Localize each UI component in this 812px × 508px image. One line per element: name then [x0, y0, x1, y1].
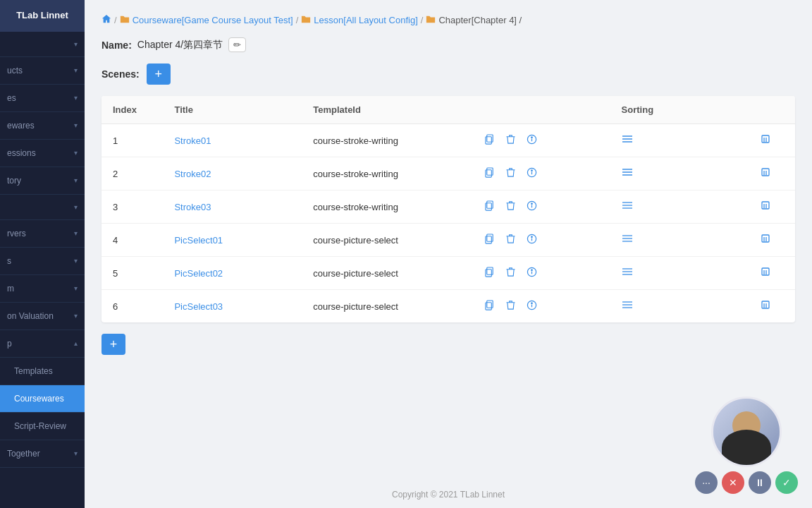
copy-icon-4[interactable]: [483, 265, 496, 281]
sidebar-item-m[interactable]: m ▾: [0, 275, 85, 303]
scene-link-0[interactable]: Stroke01: [174, 135, 211, 146]
breadcrumb-courseware[interactable]: Courseware[Game Course Layout Test]: [133, 15, 293, 25]
info-icon-3[interactable]: [525, 232, 539, 248]
svg-rect-23: [486, 203, 491, 210]
svg-rect-56: [486, 303, 491, 310]
delete-icon-0[interactable]: [505, 133, 517, 148]
sidebar-label-sessions: essions: [7, 148, 74, 158]
sidebar-label-3: es: [7, 93, 74, 103]
scene-link-1[interactable]: Stroke02: [174, 169, 211, 179]
sort-list-icon-1[interactable]: [622, 168, 633, 180]
sort-list-icon-4[interactable]: [622, 267, 633, 279]
sidebar-item-9[interactable]: s ▾: [0, 248, 85, 275]
app-name: TLab Linnet: [16, 10, 68, 20]
edit-scene-icon-0[interactable]: [760, 133, 773, 148]
scene-link-4[interactable]: PicSelect02: [174, 268, 223, 279]
svg-point-4: [531, 137, 533, 138]
edit-scene-icon-5[interactable]: [760, 299, 773, 314]
avatar-dots-button[interactable]: ···: [695, 471, 718, 494]
cell-actions-5: [472, 290, 610, 323]
breadcrumb-sep-3: /: [421, 15, 424, 25]
cell-actions-3: [472, 224, 610, 257]
svg-rect-41: [762, 235, 769, 242]
copy-icon-3[interactable]: [483, 232, 496, 248]
scenes-row: Scenes: +: [102, 64, 795, 85]
info-icon-5[interactable]: [525, 298, 539, 314]
col-index: Index: [102, 96, 163, 124]
home-icon[interactable]: [102, 14, 111, 26]
avatar-close-button[interactable]: ✕: [722, 471, 744, 494]
scene-link-2[interactable]: Stroke03: [174, 202, 211, 212]
sidebar-item-coursewares-menu[interactable]: ewares ▾: [0, 112, 85, 140]
sidebar-label-together: Together: [7, 449, 74, 459]
avatar: [711, 397, 782, 467]
scene-link-3[interactable]: PicSelect01: [174, 235, 223, 246]
delete-icon-5[interactable]: [505, 298, 517, 314]
breadcrumb-sep-1: /: [114, 15, 117, 25]
copy-icon-5[interactable]: [483, 298, 496, 314]
delete-icon-2[interactable]: [505, 199, 517, 214]
sidebar-label-m: m: [7, 284, 74, 294]
sort-list-icon-2[interactable]: [622, 201, 633, 213]
sort-list-icon-0[interactable]: [622, 135, 633, 147]
delete-icon-1[interactable]: [505, 166, 517, 181]
svg-rect-33: [487, 234, 493, 241]
folder-icon-3: [426, 14, 436, 26]
svg-rect-52: [762, 268, 769, 275]
sidebar-item-1[interactable]: ▾: [0, 32, 85, 57]
sort-list-icon-5[interactable]: [622, 301, 633, 313]
avatar-check-button[interactable]: ✓: [775, 471, 798, 494]
sidebar-item-templates[interactable]: Templates: [0, 358, 85, 385]
footer-text: Copyright © 2021 TLab Linnet: [392, 490, 505, 500]
sidebar-label-rvers: rvers: [7, 229, 74, 238]
edit-scene-icon-2[interactable]: [760, 200, 773, 214]
edit-scene-icon-1[interactable]: [760, 167, 773, 181]
copy-icon-2[interactable]: [483, 199, 496, 214]
sidebar-item-rvers[interactable]: rvers ▾: [0, 220, 85, 248]
cell-index-3: 4: [102, 224, 163, 257]
info-icon-1[interactable]: [525, 166, 539, 181]
chevron-down-icon: ▾: [74, 449, 78, 457]
info-icon-0[interactable]: [525, 133, 539, 148]
sidebar-item-on-valuation[interactable]: on Valuation ▾: [0, 303, 85, 330]
edit-scene-icon-4[interactable]: [760, 266, 773, 281]
edit-scene-icon-3[interactable]: [760, 233, 773, 248]
info-icon-2[interactable]: [525, 199, 539, 214]
delete-icon-4[interactable]: [505, 265, 517, 281]
sidebar-item-products[interactable]: ucts ▾: [0, 57, 85, 85]
sidebar-item-coursewares[interactable]: Coursewares: [0, 385, 85, 413]
chevron-down-icon: ▾: [74, 203, 78, 211]
sidebar-item-together[interactable]: Together ▾: [0, 440, 85, 468]
scene-link-5[interactable]: PicSelect03: [174, 301, 223, 312]
sidebar-item-p[interactable]: p ▴: [0, 330, 85, 358]
cell-templateid-0: course-stroke-writing: [302, 124, 472, 157]
cell-sorting-5: [610, 290, 749, 323]
sidebar-item-sessions[interactable]: essions ▾: [0, 140, 85, 167]
cell-edit-1: [749, 157, 795, 190]
copy-icon-0[interactable]: [483, 133, 496, 148]
cell-sorting-1: [610, 157, 749, 190]
sidebar-item-tory[interactable]: tory ▾: [0, 167, 85, 195]
add-scene-button[interactable]: +: [147, 64, 171, 85]
copy-icon-1[interactable]: [483, 166, 496, 181]
sidebar-item-script-review[interactable]: Script-Review: [0, 413, 85, 440]
col-actions: [472, 96, 610, 124]
col-sorting: Sorting: [610, 96, 749, 124]
cell-actions-1: [472, 157, 610, 190]
delete-icon-3[interactable]: [505, 232, 517, 248]
info-icon-4[interactable]: [525, 265, 539, 281]
bottom-add-button[interactable]: +: [102, 334, 125, 355]
edit-chapter-button[interactable]: ✏: [228, 37, 246, 52]
svg-point-26: [531, 203, 533, 205]
svg-rect-34: [486, 236, 491, 243]
cell-sorting-2: [610, 190, 749, 224]
avatar-placeholder: [713, 399, 780, 465]
avatar-pause-button[interactable]: ⏸: [749, 471, 771, 494]
sort-list-icon-3[interactable]: [622, 234, 633, 246]
sidebar-item-3[interactable]: es ▾: [0, 85, 85, 112]
cell-title-3: PicSelect01: [163, 224, 302, 257]
sidebar-item-7[interactable]: ▾: [0, 195, 85, 220]
cell-title-4: PicSelect02: [163, 257, 302, 290]
cell-edit-3: [749, 224, 795, 257]
breadcrumb-lesson[interactable]: Lesson[All Layout Config]: [314, 15, 417, 25]
